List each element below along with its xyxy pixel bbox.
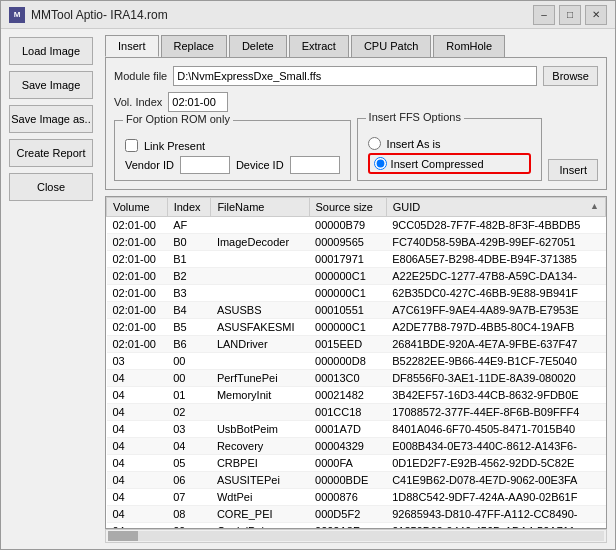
- table-cell: [211, 285, 309, 302]
- table-cell: 00021482: [309, 387, 386, 404]
- maximize-button[interactable]: □: [559, 5, 581, 25]
- table-cell: B6: [167, 336, 211, 353]
- table-cell: 02:01-00: [107, 285, 168, 302]
- save-image-button[interactable]: Save Image: [9, 71, 93, 99]
- table-row[interactable]: 0408CORE_PEI000D5F292685943-D810-47FF-A1…: [107, 506, 606, 523]
- table-cell: ASUSBS: [211, 302, 309, 319]
- window-title: MMTool Aptio- IRA14.rom: [31, 8, 168, 22]
- insert-button[interactable]: Insert: [548, 159, 598, 181]
- table-cell: 03: [107, 353, 168, 370]
- module-file-input[interactable]: [173, 66, 537, 86]
- vendor-id-label: Vendor ID: [125, 159, 174, 171]
- table-cell: B52282EE-9B66-44E9-B1CF-7E5040: [386, 353, 605, 370]
- table-cell: 05: [167, 455, 211, 472]
- table-cell: 04: [107, 404, 168, 421]
- tab-replace[interactable]: Replace: [161, 35, 227, 57]
- table-cell: 02:01-00: [107, 251, 168, 268]
- insert-ffs-group: Insert FFS Options Insert As is Insert C…: [357, 118, 543, 181]
- table-row[interactable]: 02:01-00AF00000B799CC05D28-7F7F-482B-8F3…: [107, 217, 606, 234]
- table-row[interactable]: 0406ASUSITEPei00000BDEC41E9B62-D078-4E7D…: [107, 472, 606, 489]
- table-cell: 0000876: [309, 489, 386, 506]
- option-rom-group: For Option ROM only Link Present Vendor …: [114, 120, 351, 181]
- load-image-button[interactable]: Load Image: [9, 37, 93, 65]
- close-button[interactable]: ✕: [585, 5, 607, 25]
- insert-as-is-radio[interactable]: [368, 137, 381, 150]
- table-cell: 02:01-00: [107, 268, 168, 285]
- table-row[interactable]: 02:01-00B5ASUSFAKESMI000000C1A2DE77B8-79…: [107, 319, 606, 336]
- insert-compressed-highlight: Insert Compressed: [368, 153, 532, 174]
- insert-as-is-label: Insert As is: [387, 138, 441, 150]
- save-image-as-button[interactable]: Save Image as..: [9, 105, 93, 133]
- table-cell: B5: [167, 319, 211, 336]
- insert-as-is-row: Insert As is: [368, 137, 532, 150]
- table-cell: 04: [107, 370, 168, 387]
- table-row[interactable]: 02:01-00B100017971E806A5E7-B298-4DBE-B94…: [107, 251, 606, 268]
- tab-bar: Insert Replace Delete Extract CPU Patch …: [105, 35, 607, 57]
- table-cell: 02:01-00: [107, 302, 168, 319]
- link-present-checkbox[interactable]: [125, 139, 138, 152]
- table-row[interactable]: 0403UsbBotPeim0001A7D8401A046-6F70-4505-…: [107, 421, 606, 438]
- link-present-row: Link Present: [125, 139, 340, 152]
- col-filename: FileName: [211, 198, 309, 217]
- table-row[interactable]: 02:01-00B4ASUSBS00010551A7C619FF-9AE4-4A…: [107, 302, 606, 319]
- module-file-label: Module file: [114, 70, 167, 82]
- table-cell: ImageDecoder: [211, 234, 309, 251]
- insert-compressed-radio[interactable]: [374, 157, 387, 170]
- app-icon: M: [9, 7, 25, 23]
- table-cell: LANDriver: [211, 336, 309, 353]
- table-cell: 92685943-D810-47FF-A112-CC8490-: [386, 506, 605, 523]
- table-cell: [211, 268, 309, 285]
- file-table-container[interactable]: Volume Index FileName Source size GUID ▲…: [105, 196, 607, 529]
- table-cell: 001CC18: [309, 404, 386, 421]
- file-table: Volume Index FileName Source size GUID ▲…: [106, 197, 606, 529]
- tab-insert[interactable]: Insert: [105, 35, 159, 57]
- table-row[interactable]: 02:01-00B3000000C162B35DC0-427C-46BB-9E8…: [107, 285, 606, 302]
- horizontal-scrollbar[interactable]: [105, 529, 607, 543]
- table-cell: 04: [107, 489, 168, 506]
- table-row[interactable]: 02:01-00B2000000C1A22E25DC-1277-47B8-A59…: [107, 268, 606, 285]
- tab-extract[interactable]: Extract: [289, 35, 349, 57]
- table-cell: 00: [167, 370, 211, 387]
- table-cell: 000000C1: [309, 285, 386, 302]
- tab-romhole[interactable]: RomHole: [433, 35, 505, 57]
- tab-cpu-patch[interactable]: CPU Patch: [351, 35, 431, 57]
- table-cell: 0001A7D: [309, 421, 386, 438]
- vol-index-input[interactable]: [168, 92, 228, 112]
- table-cell: [211, 251, 309, 268]
- table-row[interactable]: 02:01-00B0ImageDecoder00009565FC740D58-5…: [107, 234, 606, 251]
- table-row[interactable]: 0402001CC1817088572-377F-44EF-8F6B-B09FF…: [107, 404, 606, 421]
- table-row[interactable]: 0404Recovery00004329E008B434-0E73-440C-8…: [107, 438, 606, 455]
- table-cell: 00010551: [309, 302, 386, 319]
- table-row[interactable]: 0405CRBPEI0000FA0D1ED2F7-E92B-4562-92DD-…: [107, 455, 606, 472]
- table-cell: AF: [167, 217, 211, 234]
- browse-button[interactable]: Browse: [543, 66, 598, 86]
- table-row[interactable]: 0300000000D8B52282EE-9B66-44E9-B1CF-7E50…: [107, 353, 606, 370]
- table-cell: C41E9B62-D078-4E7D-9062-00E3FA: [386, 472, 605, 489]
- table-cell: 000D5F2: [309, 506, 386, 523]
- tab-delete[interactable]: Delete: [229, 35, 287, 57]
- table-cell: 0D1ED2F7-E92B-4562-92DD-5C82E: [386, 455, 605, 472]
- table-row[interactable]: 02:01-00B6LANDriver0015EED26841BDE-920A-…: [107, 336, 606, 353]
- table-cell: 3B42EF57-16D3-44CB-8632-9FDB0E: [386, 387, 605, 404]
- table-row[interactable]: 0401MemoryInit000214823B42EF57-16D3-44CB…: [107, 387, 606, 404]
- vendor-device-row: Vendor ID Device ID: [125, 156, 340, 174]
- create-report-button[interactable]: Create Report: [9, 139, 93, 167]
- content-area: Load Image Save Image Save Image as.. Cr…: [1, 29, 615, 549]
- device-id-input[interactable]: [290, 156, 340, 174]
- insert-ffs-legend: Insert FFS Options: [366, 111, 464, 123]
- vendor-id-input[interactable]: [180, 156, 230, 174]
- table-cell: DF8556F0-3AE1-11DE-8A39-080020: [386, 370, 605, 387]
- table-cell: 00009565: [309, 234, 386, 251]
- table-cell: E008B434-0E73-440C-8612-A143F6-: [386, 438, 605, 455]
- table-row[interactable]: 0400PerfTunePei00013C0DF8556F0-3AE1-11DE…: [107, 370, 606, 387]
- device-id-label: Device ID: [236, 159, 284, 171]
- table-header-row: Volume Index FileName Source size GUID ▲: [107, 198, 606, 217]
- scroll-track: [108, 531, 604, 541]
- table-cell: [211, 217, 309, 234]
- close-button[interactable]: Close: [9, 173, 93, 201]
- table-row[interactable]: 0407WdtPei00008761D88C542-9DF7-424A-AA90…: [107, 489, 606, 506]
- col-source-size: Source size: [309, 198, 386, 217]
- table-cell: 00000B79: [309, 217, 386, 234]
- minimize-button[interactable]: –: [533, 5, 555, 25]
- table-cell: Recovery: [211, 438, 309, 455]
